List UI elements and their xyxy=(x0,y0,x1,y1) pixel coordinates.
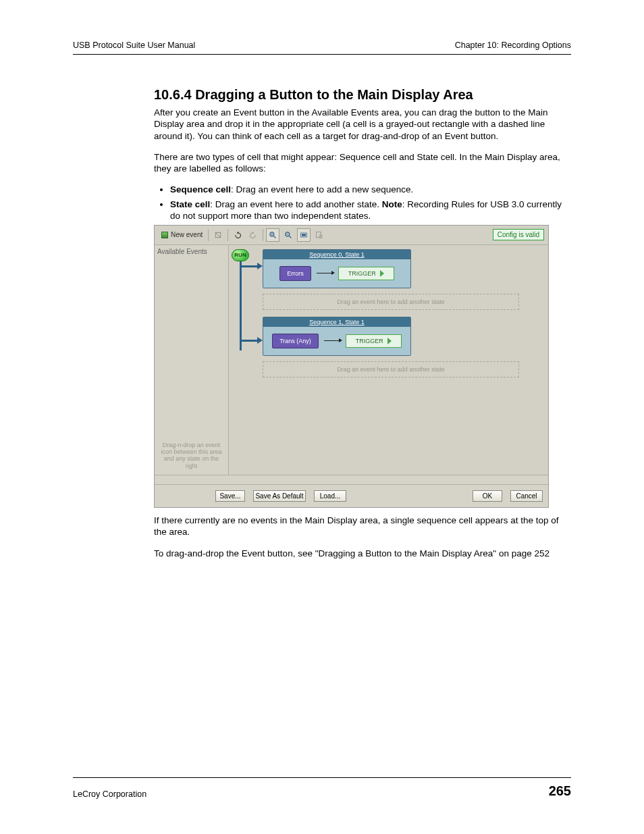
sidebar-hint: Drag-n-drop an event icon between this a… xyxy=(159,442,224,469)
state-cell-text-1: : Drag an event here to add another stat… xyxy=(210,199,381,209)
save-button[interactable]: Save... xyxy=(215,490,245,502)
zoom-in-icon[interactable] xyxy=(266,228,279,242)
note-label: Note xyxy=(382,199,402,209)
connector-line xyxy=(317,273,333,273)
list-item: Sequence cell: Drag an event here to add… xyxy=(170,184,571,196)
connector-line xyxy=(324,340,340,341)
trigger-action[interactable]: TRIGGER xyxy=(346,334,402,348)
cell-types-list: Sequence cell: Drag an event here to add… xyxy=(154,184,571,222)
separator xyxy=(208,229,209,241)
arrow-icon xyxy=(240,340,259,342)
triangle-icon xyxy=(387,338,392,344)
zoom-out-icon[interactable] xyxy=(281,228,295,242)
svg-line-7 xyxy=(290,236,292,238)
run-badge[interactable]: RUN xyxy=(232,249,249,261)
workspace: Available Events Drag-n-drop an event ic… xyxy=(155,245,548,475)
new-event-label: New event xyxy=(171,231,203,238)
page-content: 10.6.4 Dragging a Button to the Main Dis… xyxy=(154,87,571,559)
dialog-button-row: Save... Save As Default Load... OK Cance… xyxy=(155,484,548,507)
event-errors-chip[interactable]: Errors xyxy=(279,266,311,281)
properties-icon[interactable] xyxy=(313,228,326,242)
undo-icon[interactable] xyxy=(231,228,244,242)
state-drop-cell[interactable]: Drag an event here to add another state xyxy=(263,361,519,377)
svg-line-3 xyxy=(274,236,276,238)
sequence-body: Errors TRIGGER xyxy=(263,259,410,288)
sequence-body: Trans (Any) TRIGGER xyxy=(263,327,410,355)
available-events-label: Available Events xyxy=(157,248,225,255)
redo-icon[interactable] xyxy=(246,228,260,242)
post-paragraph-1: If there currently are no events in the … xyxy=(154,515,571,538)
state-cell-label: State cell xyxy=(170,199,210,209)
recording-rules-dialog: New event xyxy=(154,225,549,508)
load-button[interactable]: Load... xyxy=(314,490,346,502)
separator xyxy=(227,229,228,241)
page-footer: LeCroy Corporation 265 xyxy=(73,777,571,799)
sequence-1-state-1-box[interactable]: Sequence 1, State 1 Trans (Any) TRIGGER xyxy=(263,317,411,356)
toolbar: New event xyxy=(155,226,548,245)
intro-paragraph-1: After you create an Event button in the … xyxy=(154,107,571,142)
footer-corporation: LeCroy Corporation xyxy=(73,789,146,799)
cube-icon xyxy=(161,232,168,238)
header-left: USB Protocol Suite User Manual xyxy=(73,41,195,50)
header-right: Chapter 10: Recording Options xyxy=(455,41,571,50)
sequence-title: Sequence 0, State 1 xyxy=(263,250,410,259)
sequence-0-state-1-box[interactable]: Sequence 0, State 1 Errors TRIGGER xyxy=(263,249,411,288)
separator xyxy=(263,229,263,241)
ok-button[interactable]: OK xyxy=(473,490,502,502)
manual-page: USB Protocol Suite User Manual Chapter 1… xyxy=(0,0,644,834)
triangle-icon xyxy=(380,270,384,277)
svg-rect-10 xyxy=(302,234,306,236)
flow-line xyxy=(240,261,242,350)
svg-rect-11 xyxy=(317,232,321,237)
save-as-default-button[interactable]: Save As Default xyxy=(253,490,306,502)
trigger-action[interactable]: TRIGGER xyxy=(338,267,394,280)
cancel-button[interactable]: Cancel xyxy=(510,490,543,502)
arrow-icon xyxy=(240,265,259,267)
svg-line-1 xyxy=(216,232,221,238)
sequence-cell-text: : Drag an event here to add a new sequen… xyxy=(231,184,413,194)
list-item: State cell: Drag an event here to add an… xyxy=(170,199,571,222)
sequence-title: Sequence 1, State 1 xyxy=(263,317,410,327)
event-trans-any-chip[interactable]: Trans (Any) xyxy=(272,334,319,348)
page-header: USB Protocol Suite User Manual Chapter 1… xyxy=(73,41,571,55)
fit-icon[interactable] xyxy=(297,228,311,242)
config-status-badge: Config is valid xyxy=(493,229,544,240)
post-paragraph-2: To drag-and-drop the Event button, see "… xyxy=(154,548,571,559)
available-events-panel[interactable]: Available Events Drag-n-drop an event ic… xyxy=(155,245,229,475)
state-drop-cell[interactable]: Drag an event here to add another state xyxy=(263,294,519,310)
delete-icon[interactable] xyxy=(211,228,225,242)
section-heading: 10.6.4 Dragging a Button to the Main Dis… xyxy=(154,87,571,103)
status-bar xyxy=(155,475,548,484)
intro-paragraph-2: There are two types of cell that might a… xyxy=(154,151,571,175)
new-event-button[interactable]: New event xyxy=(159,228,205,242)
page-number: 265 xyxy=(549,783,571,799)
sequence-cell-label: Sequence cell xyxy=(170,184,231,194)
main-display-area[interactable]: RUN Sequence 0, State 1 Errors TRIGGER D… xyxy=(229,245,548,475)
